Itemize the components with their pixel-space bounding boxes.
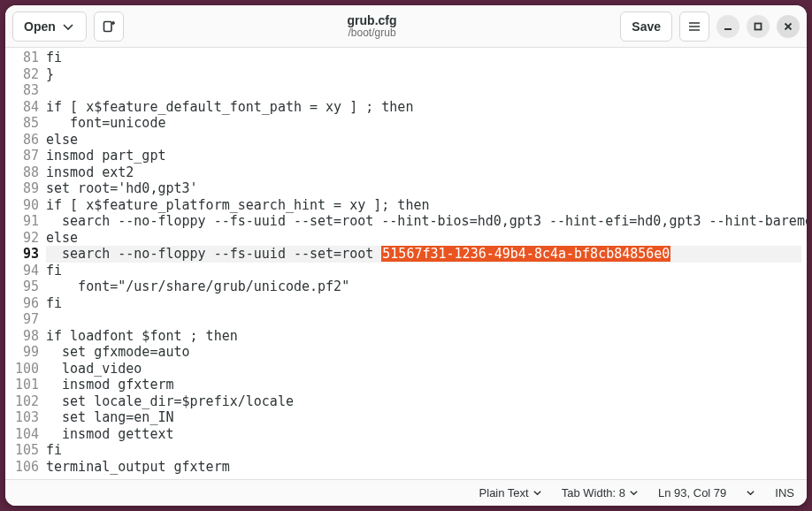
insert-mode-indicator: INS [775, 486, 794, 500]
window-close-button[interactable] [777, 15, 800, 38]
line-number: 84 [5, 99, 39, 116]
hamburger-icon [687, 19, 701, 34]
line-number: 82 [5, 66, 39, 83]
cursor-position: Ln 93, Col 79 [658, 486, 726, 500]
line-number: 91 [5, 213, 39, 230]
line-number: 92 [5, 230, 39, 247]
code-line[interactable]: load_video [46, 361, 801, 378]
line-number: 105 [5, 442, 39, 459]
line-number: 103 [5, 409, 39, 426]
minimize-icon [723, 21, 733, 32]
line-number-gutter: 8182838485868788899091929394959697989910… [5, 48, 44, 479]
code-text: search --no-floppy --fs-uuid --set=root [46, 246, 381, 262]
syntax-mode-label: Plain Text [479, 486, 529, 500]
code-line[interactable]: terminal_output gfxterm [46, 459, 801, 476]
search-match-highlight: 51567f31-1236-49b4-8c4a-bf8cb84856e0 [381, 246, 670, 262]
code-line[interactable]: insmod gfxterm [46, 377, 801, 393]
window-minimize-button[interactable] [716, 15, 739, 38]
line-number: 104 [5, 426, 39, 443]
svg-rect-0 [103, 21, 111, 31]
chevron-down-icon [629, 488, 639, 498]
open-button-label: Open [24, 19, 56, 34]
app-window: Open grub.cfg /boot/grub Save [5, 5, 807, 506]
line-number: 96 [5, 295, 39, 312]
tab-width-selector[interactable]: Tab Width: 8 [562, 486, 639, 500]
code-line[interactable]: } [46, 66, 801, 83]
close-icon [783, 21, 793, 32]
line-number: 97 [5, 311, 39, 328]
code-line[interactable]: font="/usr/share/grub/unicode.pf2" [46, 278, 801, 295]
code-line[interactable]: else [46, 230, 801, 247]
line-number: 83 [5, 82, 39, 99]
chevron-down-icon [532, 488, 542, 498]
line-number: 90 [5, 197, 39, 214]
line-number: 94 [5, 263, 39, 279]
code-line[interactable]: font=unicode [46, 115, 801, 132]
chevron-down-icon [61, 19, 75, 34]
line-number: 100 [5, 361, 39, 378]
svg-rect-7 [755, 23, 762, 29]
tab-width-label: Tab Width: 8 [562, 486, 625, 500]
syntax-mode-selector[interactable]: Plain Text [479, 486, 542, 500]
cursor-position-label: Ln 93, Col 79 [658, 486, 726, 500]
line-number: 102 [5, 393, 39, 410]
header-bar: Open grub.cfg /boot/grub Save [5, 5, 807, 48]
document-subtitle: /boot/grub [349, 27, 396, 40]
line-number: 87 [5, 148, 39, 164]
save-button-label: Save [632, 19, 661, 34]
code-line[interactable]: search --no-floppy --fs-uuid --set=root … [46, 246, 801, 263]
line-number: 95 [5, 278, 39, 295]
line-number: 86 [5, 132, 39, 149]
code-line[interactable]: fi [46, 50, 801, 66]
save-button[interactable]: Save [620, 11, 672, 42]
code-line[interactable] [46, 82, 801, 99]
hamburger-menu-button[interactable] [679, 11, 709, 42]
status-bar: Plain Text Tab Width: 8 Ln 93, Col 79 IN… [5, 479, 807, 506]
code-line[interactable]: set lang=en_IN [46, 409, 801, 426]
line-number: 101 [5, 377, 39, 393]
title-area: grub.cfg /boot/grub [131, 13, 614, 40]
line-number: 98 [5, 328, 39, 345]
code-line[interactable]: if [ x$feature_default_font_path = xy ] … [46, 99, 801, 116]
code-line[interactable]: search --no-floppy --fs-uuid --set=root … [46, 213, 801, 230]
window-maximize-button[interactable] [747, 15, 770, 38]
open-button[interactable]: Open [12, 11, 87, 42]
code-line[interactable]: set gfxmode=auto [46, 344, 801, 361]
code-line[interactable]: if loadfont $font ; then [46, 328, 801, 345]
code-line[interactable]: insmod part_gpt [46, 148, 801, 164]
line-number: 88 [5, 164, 39, 181]
code-line[interactable]: fi [46, 295, 801, 312]
line-number: 81 [5, 50, 39, 66]
insert-mode-label: INS [775, 486, 794, 500]
code-line[interactable]: fi [46, 263, 801, 279]
new-tab-button[interactable] [94, 11, 124, 42]
line-number: 93 [5, 246, 39, 263]
document-title: grub.cfg [348, 13, 397, 27]
line-number: 89 [5, 180, 39, 197]
code-line[interactable]: set root='hd0,gpt3' [46, 180, 801, 197]
sidebar-toggle-button[interactable] [746, 488, 755, 498]
code-line[interactable] [46, 311, 801, 328]
new-tab-icon [102, 19, 116, 34]
code-line[interactable]: insmod gettext [46, 426, 801, 443]
code-line[interactable]: fi [46, 442, 801, 459]
line-number: 85 [5, 115, 39, 132]
line-number: 99 [5, 344, 39, 361]
code-line[interactable]: if [ x$feature_platform_search_hint = xy… [46, 197, 801, 214]
code-line[interactable]: insmod ext2 [46, 164, 801, 181]
code-line[interactable]: else [46, 132, 801, 149]
code-area[interactable]: fi}if [ x$feature_default_font_path = xy… [44, 48, 807, 479]
maximize-icon [753, 21, 763, 32]
text-editor[interactable]: 8182838485868788899091929394959697989910… [5, 48, 807, 479]
chevron-down-icon [746, 488, 755, 498]
line-number: 106 [5, 459, 39, 476]
code-line[interactable]: set locale_dir=$prefix/locale [46, 393, 801, 410]
